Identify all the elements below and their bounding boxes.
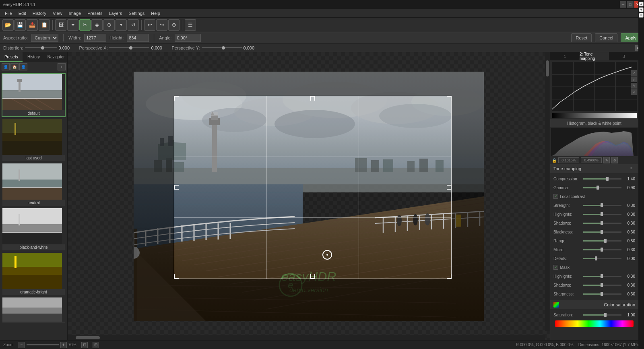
curve-icon-1[interactable]: ↗ xyxy=(631,70,637,76)
crop-overlay[interactable] xyxy=(174,96,452,279)
perspective-x-slider[interactable] xyxy=(109,47,149,48)
maximize-button[interactable]: □ xyxy=(627,1,634,8)
zoom-in-button[interactable]: + xyxy=(60,342,67,348)
preset-last-used[interactable]: last used xyxy=(2,118,66,162)
curve-tab-3[interactable]: 3 xyxy=(609,52,638,60)
curve-tab-1[interactable]: 1 xyxy=(550,52,580,60)
actual-size-button[interactable]: ⊞ xyxy=(93,342,99,348)
tone-expand-icon[interactable]: ≡ xyxy=(630,166,635,171)
crop-handle-middle-right[interactable] xyxy=(447,185,452,190)
reset-button[interactable]: Reset xyxy=(571,33,592,42)
tab-navigator[interactable]: Navigator xyxy=(45,52,67,62)
mask-highlights-slider[interactable] xyxy=(583,276,621,277)
color-saturation-header[interactable]: Color saturation xyxy=(550,300,638,309)
menu-view[interactable]: View xyxy=(50,10,66,17)
canvas-scroll-v[interactable] xyxy=(545,52,550,331)
generate-hdr-button[interactable]: ✦ xyxy=(67,19,78,31)
tab-history[interactable]: History xyxy=(23,52,45,62)
bw-left-value[interactable] xyxy=(558,157,579,163)
bw-edit-button[interactable]: ✎ xyxy=(603,157,610,163)
aspect-ratio-select[interactable]: Custom 1:1 4:3 16:9 xyxy=(31,34,58,42)
width-input[interactable] xyxy=(84,34,106,42)
update-button[interactable]: ↺ xyxy=(128,19,139,31)
zoom-out-button[interactable]: − xyxy=(19,342,25,348)
sharpness-slider[interactable] xyxy=(583,293,621,295)
crop-handle-top-center[interactable] xyxy=(310,96,315,101)
history-button[interactable]: ⊕ xyxy=(168,19,180,31)
bw-auto-button[interactable]: ⊙ xyxy=(611,157,618,163)
menu-settings[interactable]: Settings xyxy=(126,10,148,17)
gamma-slider[interactable] xyxy=(583,187,621,188)
preset-dramatic[interactable]: dramatic-bright xyxy=(2,252,66,296)
preset-button[interactable]: ▼ xyxy=(116,19,127,31)
canvas-scroll-h[interactable] xyxy=(68,335,545,340)
saturation-slider[interactable] xyxy=(583,314,621,316)
save-button[interactable]: 💾 xyxy=(14,19,26,31)
menu-presets[interactable]: Presets xyxy=(84,10,105,17)
curve-icon-2[interactable]: ↙ xyxy=(631,76,637,82)
batch-button[interactable]: 📋 xyxy=(39,19,50,31)
menu-file[interactable]: File xyxy=(2,10,15,17)
crop-handle-bottom-center[interactable] xyxy=(310,274,315,279)
micro-slider[interactable] xyxy=(583,249,621,250)
tone-mapping-header[interactable]: Tone mapping ≡ xyxy=(550,164,638,173)
mask-checkbox[interactable]: ✓ xyxy=(553,265,558,270)
image-container[interactable]: easyHDR demo version e xyxy=(134,72,484,321)
crop-handle-bottom-right[interactable] xyxy=(447,274,452,279)
cancel-button[interactable]: Cancel xyxy=(595,33,617,42)
fit-button[interactable]: ⊡ xyxy=(81,342,88,348)
curve-icon-4[interactable]: ✐ xyxy=(631,89,637,95)
highlights-slider[interactable] xyxy=(583,214,621,215)
preset-add-button[interactable]: + xyxy=(58,63,66,70)
tab-presets[interactable]: Presets xyxy=(0,52,23,62)
local-contrast-checkbox[interactable]: ✓ xyxy=(553,194,558,199)
shadows-slider[interactable] xyxy=(583,223,621,224)
bw-right-value[interactable] xyxy=(581,157,602,163)
crop-handle-middle-left[interactable] xyxy=(174,185,179,190)
range-slider[interactable] xyxy=(583,240,621,242)
details-slider[interactable] xyxy=(583,258,621,259)
preset-bw[interactable]: black-and-white xyxy=(2,207,66,251)
export-button[interactable]: 📤 xyxy=(27,19,38,31)
zoom-slider[interactable] xyxy=(27,344,59,345)
strength-slider[interactable] xyxy=(583,205,621,206)
distortion-slider[interactable] xyxy=(25,47,57,48)
compression-slider[interactable] xyxy=(583,178,621,180)
scroll-thumb-h[interactable] xyxy=(76,336,100,339)
layers-button[interactable]: ☰ xyxy=(185,19,196,31)
menu-history[interactable]: History xyxy=(29,10,50,17)
load-bracketed-button[interactable]: 🖼 xyxy=(55,19,66,31)
denoise-button[interactable]: ◈ xyxy=(91,19,103,31)
menu-layers[interactable]: Layers xyxy=(105,10,125,17)
perspective-y-slider[interactable] xyxy=(202,47,242,48)
minimize-button[interactable]: ─ xyxy=(620,1,626,8)
curve-icon-3[interactable]: ✎ xyxy=(631,83,637,89)
scroll-thumb-v[interactable] xyxy=(546,60,549,76)
blackness-slider[interactable] xyxy=(583,231,621,233)
redo-button[interactable]: ↪ xyxy=(156,19,167,31)
crop-tool-button[interactable]: ✂ xyxy=(79,19,91,31)
color-bar xyxy=(555,320,634,327)
height-input[interactable] xyxy=(127,34,149,42)
crop-handle-bottom-left[interactable] xyxy=(174,274,179,279)
crop-handle-top-right[interactable] xyxy=(447,96,452,101)
preset-people-button[interactable]: 👤 xyxy=(2,63,10,70)
preset-home-button[interactable]: 🏠 xyxy=(10,63,19,70)
preset-user-button[interactable]: 👤 xyxy=(19,63,27,70)
sharpness-label: Sharpness: xyxy=(553,292,582,296)
angle-input[interactable] xyxy=(175,34,201,42)
open-button[interactable]: 📂 xyxy=(2,19,14,31)
menu-help[interactable]: Help xyxy=(148,10,163,17)
mask-shadows-slider[interactable] xyxy=(583,285,621,286)
tonemap-button[interactable]: ⊙ xyxy=(103,19,115,31)
curve-tab-2[interactable]: 2: Tone mapping xyxy=(580,52,609,60)
preset-neutral[interactable]: neutral xyxy=(2,163,66,207)
crop-mask-right xyxy=(452,96,484,279)
preset-extra[interactable] xyxy=(2,297,66,324)
apply-button[interactable]: Apply xyxy=(621,33,641,42)
menu-image[interactable]: Image xyxy=(66,10,85,17)
crop-handle-top-left[interactable] xyxy=(174,96,179,101)
preset-default[interactable]: default xyxy=(2,73,66,117)
undo-button[interactable]: ↩ xyxy=(144,19,155,31)
menu-edit[interactable]: Edit xyxy=(15,10,29,17)
